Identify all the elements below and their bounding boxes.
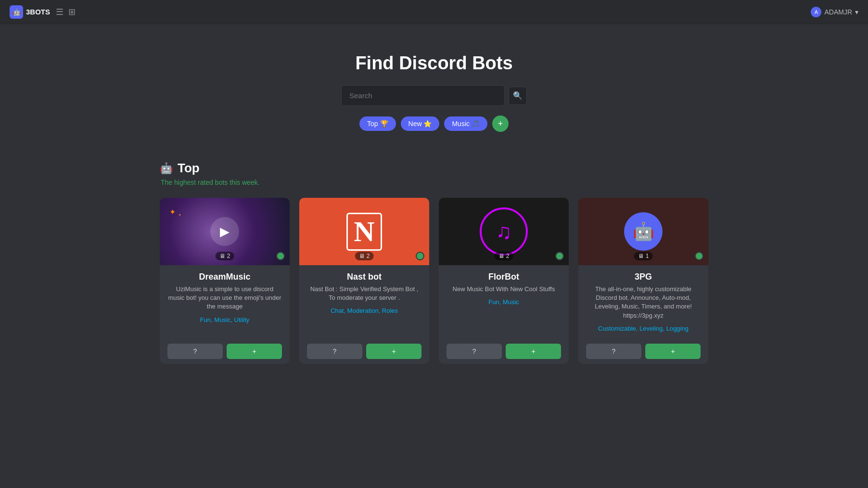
server-count-4: 🖥 1 xyxy=(634,252,653,260)
card-banner-nast: N 🖥 2 xyxy=(299,198,429,265)
navbar-logo[interactable]: 🤖 3BOTS xyxy=(10,5,50,19)
online-dot-3 xyxy=(555,252,564,260)
hero-section: Find Discord Bots 🔍 Top 🏆 New ⭐ Music 🎵 … xyxy=(0,24,868,151)
logo-text: 3BOTS xyxy=(26,8,50,16)
nast-letter-icon: N xyxy=(346,213,382,251)
music-note-icon: ♫ xyxy=(480,207,528,256)
online-dot-4 xyxy=(695,252,703,260)
search-row: 🔍 xyxy=(341,85,527,106)
add-button-nast[interactable]: + xyxy=(366,344,421,359)
question-button-flor[interactable]: ? xyxy=(447,344,502,359)
bot-name-dreammusic: DreamMusic xyxy=(167,272,282,282)
top-section: 🤖 Top The highest rated bots this week. … xyxy=(145,151,723,373)
card-actions-nast: ? + xyxy=(299,339,429,364)
hero-title: Find Discord Bots xyxy=(355,53,512,74)
avatar: A xyxy=(811,7,821,17)
card-actions-flor: ? + xyxy=(439,339,569,364)
bot-name-3pg: 3PG xyxy=(586,272,701,282)
question-button-3pg[interactable]: ? xyxy=(586,344,641,359)
card-banner-flor: ♫ 🖥 2 xyxy=(439,198,569,265)
username: ADAMJR xyxy=(824,8,852,16)
sparkle2-icon: • xyxy=(179,212,181,218)
filter-top[interactable]: Top 🏆 xyxy=(359,116,396,131)
bot-name-flor: FlorBot xyxy=(447,272,561,282)
bot-tags-dreammusic: Fun, Music, Utility xyxy=(167,316,282,323)
search-button[interactable]: 🔍 xyxy=(509,87,527,105)
navbar: 🤖 3BOTS ☰ ⊞ A ADAMJR ▾ xyxy=(0,0,868,24)
server-count-2: 🖥 2 xyxy=(355,252,374,260)
bot-desc-3pg: The all-in-one, highly customizable Disc… xyxy=(586,285,701,320)
section-header: 🤖 Top The highest rated bots this week. xyxy=(160,161,708,186)
bot-card-3pg: 🤖 🖥 1 3PG The all-in-one, highly customi… xyxy=(578,198,708,364)
navbar-icons: ☰ ⊞ xyxy=(56,7,76,17)
sparkle-icon: ✦ xyxy=(169,207,176,217)
bot-desc-nast: Nast Bot : Simple Verified System Bot , … xyxy=(307,285,421,302)
server-count-3: 🖥 2 xyxy=(495,252,513,260)
grid-icon[interactable]: ⊞ xyxy=(68,7,76,17)
dropdown-icon: ▾ xyxy=(855,8,858,16)
bot-name-nast: Nast bot xyxy=(307,272,421,282)
navbar-left: 🤖 3BOTS ☰ ⊞ xyxy=(10,5,76,19)
card-banner-3pg: 🤖 🖥 1 xyxy=(578,198,708,265)
server-icon-3: 🖥 xyxy=(498,253,504,259)
card-actions-dreammusic: ? + xyxy=(160,339,290,364)
filter-new[interactable]: New ⭐ xyxy=(401,116,440,131)
filter-music[interactable]: Music 🎵 xyxy=(444,116,487,131)
question-button-dreammusic[interactable]: ? xyxy=(167,344,223,359)
bot-tags-flor: Fun, Music xyxy=(447,298,561,306)
menu-icon[interactable]: ☰ xyxy=(56,7,64,17)
card-body-dreammusic: DreamMusic UziMusic is a simple to use d… xyxy=(160,265,290,339)
filter-row: Top 🏆 New ⭐ Music 🎵 + xyxy=(359,116,509,132)
section-title-row: 🤖 Top xyxy=(160,161,708,176)
card-body-flor: FlorBot New Music Bot With New Cool Stuf… xyxy=(439,265,569,339)
online-dot-2 xyxy=(416,252,424,260)
section-subtitle: The highest rated bots this week. xyxy=(161,179,708,186)
bots-grid: ✦ • ▶ 🖥 2 DreamMusic UziMusic is a simpl… xyxy=(160,198,708,364)
logo-icon: 🤖 xyxy=(10,5,23,19)
bot-card-nast: N 🖥 2 Nast bot Nast Bot : Simple Verifie… xyxy=(299,198,429,364)
bot-tags-nast: Chat, Moderation, Roles xyxy=(307,307,421,314)
server-icon-1: 🖥 xyxy=(219,253,225,259)
server-count-1: 🖥 2 xyxy=(216,252,234,260)
play-circle-icon: ▶ xyxy=(210,217,239,246)
filter-add[interactable]: + xyxy=(492,116,509,132)
bot-desc-flor: New Music Bot With New Cool Stuffs xyxy=(447,285,561,294)
bot-card-flor: ♫ 🖥 2 FlorBot New Music Bot With New Coo… xyxy=(439,198,569,364)
question-button-nast[interactable]: ? xyxy=(307,344,362,359)
bot-tags-3pg: Customizable, Leveling, Logging xyxy=(586,325,701,332)
card-body-nast: Nast bot Nast Bot : Simple Verified Syst… xyxy=(299,265,429,339)
add-button-flor[interactable]: + xyxy=(506,344,561,359)
search-input[interactable] xyxy=(341,85,505,106)
section-robot-icon: 🤖 xyxy=(160,162,173,175)
add-button-dreammusic[interactable]: + xyxy=(227,344,282,359)
card-actions-3pg: ? + xyxy=(578,339,708,364)
card-body-3pg: 3PG The all-in-one, highly customizable … xyxy=(578,265,708,339)
card-banner-dreammusic: ✦ • ▶ 🖥 2 xyxy=(160,198,290,265)
add-button-3pg[interactable]: + xyxy=(645,344,701,359)
online-dot-1 xyxy=(276,252,285,260)
bot-desc-dreammusic: UziMusic is a simple to use discord musi… xyxy=(167,285,282,311)
bot-face-icon: 🤖 xyxy=(624,212,663,251)
server-icon-4: 🖥 xyxy=(638,253,644,259)
section-title: Top xyxy=(178,161,200,176)
server-icon-2: 🖥 xyxy=(359,253,365,259)
bot-card-dreammusic: ✦ • ▶ 🖥 2 DreamMusic UziMusic is a simpl… xyxy=(160,198,290,364)
navbar-user[interactable]: A ADAMJR ▾ xyxy=(811,7,858,17)
